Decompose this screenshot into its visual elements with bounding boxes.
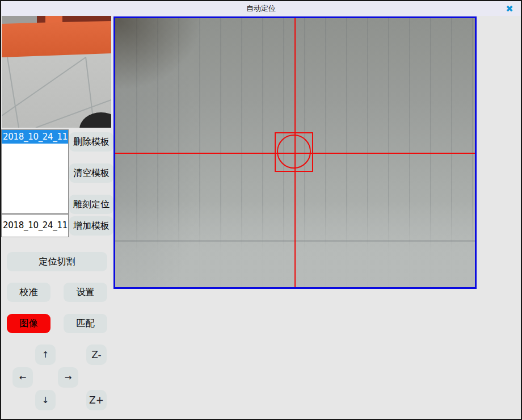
clear-templates-button[interactable]: 清空模板 bbox=[69, 163, 113, 183]
engrave-position-button[interactable]: 雕刻定位 bbox=[69, 195, 113, 214]
template-thumbnail bbox=[2, 16, 111, 128]
up-arrow-icon: ↑ bbox=[42, 350, 49, 360]
jog-z-minus-button[interactable]: Z- bbox=[86, 345, 107, 365]
titlebar: 自动定位 ✖ bbox=[1, 1, 521, 16]
template-list-item-selected[interactable]: 2018_10_24_11 bbox=[2, 130, 68, 144]
image-button[interactable]: 图像 bbox=[7, 314, 50, 333]
camera-view[interactable] bbox=[113, 16, 477, 289]
left-arrow-icon: ← bbox=[19, 372, 27, 383]
jog-right-button[interactable]: → bbox=[58, 367, 78, 388]
add-template-button[interactable]: 增加模板 bbox=[69, 216, 113, 236]
delete-template-button[interactable]: 删除模板 bbox=[69, 132, 113, 152]
right-arrow-icon: → bbox=[65, 372, 72, 383]
match-button[interactable]: 匹配 bbox=[64, 314, 107, 333]
jog-down-button[interactable]: ↓ bbox=[35, 390, 56, 410]
close-icon[interactable]: ✖ bbox=[503, 2, 516, 15]
auto-position-dialog: 自动定位 ✖ 2018_10_24_11 2018 bbox=[0, 0, 522, 420]
template-name-field[interactable]: 2018_10_24_11 bbox=[1, 214, 69, 237]
calibrate-button[interactable]: 校准 bbox=[7, 283, 50, 302]
jog-up-button[interactable]: ↑ bbox=[35, 345, 56, 365]
down-arrow-icon: ↓ bbox=[42, 395, 49, 405]
jog-z-plus-button[interactable]: Z+ bbox=[86, 390, 107, 410]
jog-left-button[interactable]: ← bbox=[12, 367, 33, 388]
thumbnail-strip-gap bbox=[45, 16, 62, 23]
thumbnail-gray-patch bbox=[2, 16, 37, 24]
z-plus-label: Z+ bbox=[89, 394, 104, 406]
z-minus-label: Z- bbox=[91, 349, 101, 360]
template-list[interactable]: 2018_10_24_11 bbox=[1, 129, 69, 214]
position-cut-button[interactable]: 定位切割 bbox=[7, 252, 107, 271]
dialog-title: 自动定位 bbox=[246, 3, 276, 14]
thumbnail-orange-beam bbox=[2, 21, 111, 57]
settings-button[interactable]: 设置 bbox=[64, 283, 107, 302]
target-circle bbox=[277, 135, 311, 169]
